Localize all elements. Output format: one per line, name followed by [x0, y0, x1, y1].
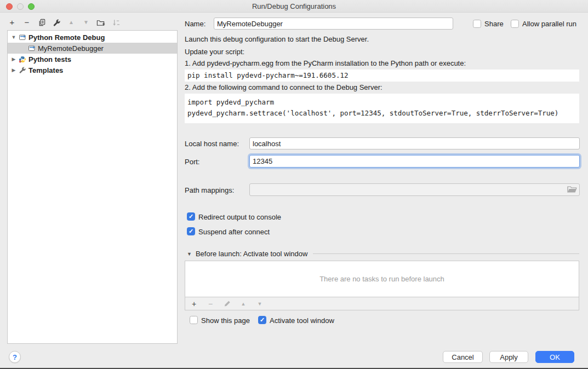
move-down-icon[interactable]: ▼: [82, 18, 90, 27]
before-launch-task-list[interactable]: There are no tasks to run before launch: [185, 261, 579, 297]
instruction-line-1: Launch this debug configuration to start…: [185, 35, 369, 44]
tree-item-python-tests[interactable]: ▶ Python tests: [8, 54, 177, 65]
suspend-after-connect-label: Suspend after connect: [198, 228, 270, 237]
tree-item-myremotedebugger[interactable]: MyRemoteDebugger: [8, 43, 177, 54]
section-divider: [313, 253, 579, 254]
window-title: Run/Debug Configurations: [0, 0, 588, 13]
browse-folder-icon[interactable]: [567, 186, 577, 195]
add-icon[interactable]: +: [8, 18, 16, 27]
ok-button[interactable]: OK: [535, 351, 574, 363]
before-launch-toolbar: + − ▲ ▼: [185, 297, 579, 310]
activate-tool-window-label: Activate tool window: [270, 316, 334, 325]
help-button[interactable]: ?: [9, 351, 21, 363]
port-label: Port:: [185, 158, 199, 166]
add-icon[interactable]: +: [190, 299, 198, 308]
move-down-icon[interactable]: ▼: [255, 299, 264, 308]
check-icon: ✓: [260, 317, 265, 323]
apply-button[interactable]: Apply: [489, 351, 528, 363]
path-mappings-label: Path mappings:: [185, 186, 234, 195]
run-debug-configurations-dialog: Run/Debug Configurations + − ▲ ▼: [0, 0, 588, 369]
new-folder-icon[interactable]: [96, 18, 105, 27]
name-label: Name:: [185, 20, 205, 28]
move-up-icon[interactable]: ▲: [239, 299, 248, 308]
before-launch-section-header: ▼ Before launch: Activate tool window: [187, 250, 579, 258]
activate-tool-window-checkbox[interactable]: ✓: [258, 316, 266, 324]
name-input[interactable]: [214, 18, 453, 30]
edit-templates-wrench-icon[interactable]: [52, 18, 61, 27]
redirect-output-label: Redirect output to console: [198, 213, 281, 222]
edit-pencil-icon[interactable]: [222, 299, 231, 308]
allow-parallel-run-label: Allow parallel run: [522, 20, 576, 28]
tree-item-label: Templates: [28, 66, 63, 74]
show-this-page-label: Show this page: [201, 316, 250, 325]
titlebar: Run/Debug Configurations: [0, 0, 588, 13]
tree-item-label: MyRemoteDebugger: [38, 44, 104, 53]
local-host-name-label: Local host name:: [185, 140, 239, 148]
show-this-page-checkbox[interactable]: [190, 316, 198, 324]
redirect-output-checkbox[interactable]: ✓: [187, 212, 195, 221]
tree-item-label: Python tests: [28, 55, 71, 64]
chevron-right-icon[interactable]: ▶: [10, 67, 17, 73]
suspend-after-connect-checkbox[interactable]: ✓: [187, 227, 195, 235]
instruction-step-1: 1. Add pydevd-pycharm.egg from the PyCha…: [185, 59, 466, 68]
tree-item-python-remote-debug[interactable]: ▼ Python Remote Debug: [8, 32, 177, 43]
code-line-import: import pydevd_pycharm: [187, 97, 576, 108]
python-tests-icon: [18, 55, 26, 64]
local-host-name-input[interactable]: [249, 137, 580, 149]
configurations-tree: ▼ Python Remote Debug MyRemoteDebugger: [7, 30, 178, 344]
tree-item-templates[interactable]: ▶ Templates: [8, 65, 177, 76]
remove-icon[interactable]: −: [206, 299, 215, 308]
cancel-button[interactable]: Cancel: [443, 351, 483, 363]
remote-debug-config-icon: [18, 33, 26, 42]
configurations-toolbar: + − ▲ ▼: [8, 17, 120, 28]
code-line-settrace: pydevd_pycharm.settrace('localhost', por…: [187, 108, 576, 119]
allow-parallel-run-checkbox[interactable]: [511, 20, 519, 28]
share-label: Share: [484, 20, 504, 28]
share-checkbox[interactable]: [473, 20, 481, 28]
sort-alphabetically-icon[interactable]: [111, 18, 120, 27]
templates-wrench-icon: [18, 66, 26, 74]
chevron-right-icon[interactable]: ▶: [10, 56, 17, 62]
settrace-code-block: import pydevd_pycharm pydevd_pycharm.set…: [185, 94, 579, 123]
remove-icon[interactable]: −: [22, 18, 31, 27]
remote-debug-config-icon: [27, 44, 36, 53]
path-mappings-input[interactable]: [249, 183, 580, 196]
chevron-down-icon[interactable]: ▼: [187, 251, 192, 257]
instruction-step-2: 2. Add the following command to connect …: [185, 83, 383, 92]
check-icon: ✓: [189, 214, 193, 220]
question-mark-icon: ?: [13, 353, 17, 361]
pip-install-command: pip install pydevd-pycharm~=191.6605.12: [185, 70, 579, 82]
move-up-icon[interactable]: ▲: [67, 18, 76, 27]
instruction-line-2: Update your script:: [185, 48, 244, 56]
before-launch-title: Before launch: Activate tool window: [196, 250, 308, 258]
check-icon: ✓: [189, 228, 193, 234]
tree-item-label: Python Remote Debug: [28, 33, 105, 42]
chevron-down-icon[interactable]: ▼: [10, 34, 17, 40]
before-launch-empty-text: There are no tasks to run before launch: [319, 275, 444, 283]
port-input[interactable]: [249, 155, 580, 168]
copy-icon[interactable]: [37, 18, 46, 27]
